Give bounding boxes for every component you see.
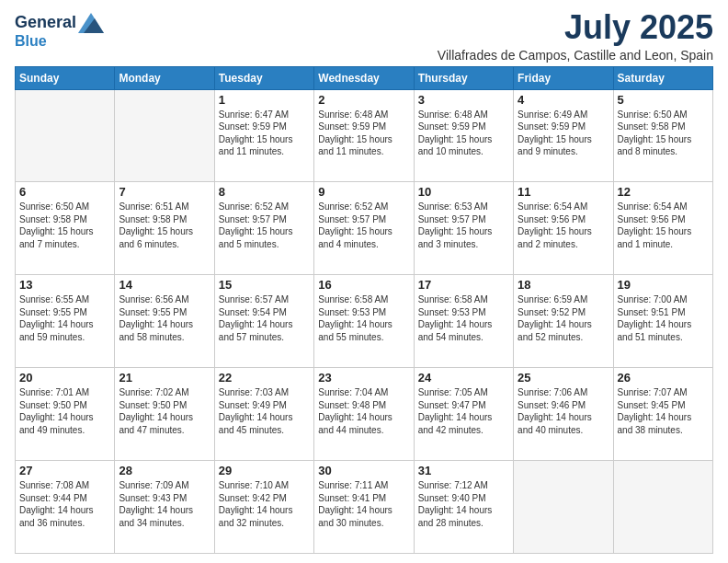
day-info: Sunrise: 7:05 AM Sunset: 9:47 PM Dayligh… xyxy=(418,386,509,436)
logo-subtext: Blue xyxy=(15,33,104,50)
day-number: 11 xyxy=(518,185,609,199)
calendar-week-5: 27Sunrise: 7:08 AM Sunset: 9:44 PM Dayli… xyxy=(16,461,713,554)
calendar-cell: 6Sunrise: 6:50 AM Sunset: 9:58 PM Daylig… xyxy=(16,182,115,275)
day-number: 28 xyxy=(119,464,210,477)
day-info: Sunrise: 6:53 AM Sunset: 9:57 PM Dayligh… xyxy=(418,201,509,250)
day-info: Sunrise: 6:58 AM Sunset: 9:53 PM Dayligh… xyxy=(318,293,409,343)
day-info: Sunrise: 7:02 AM Sunset: 9:50 PM Dayligh… xyxy=(119,386,210,436)
calendar-cell: 2Sunrise: 6:48 AM Sunset: 9:59 PM Daylig… xyxy=(314,89,414,182)
day-info: Sunrise: 7:07 AM Sunset: 9:45 PM Dayligh… xyxy=(618,386,709,436)
day-number: 6 xyxy=(19,185,110,199)
day-number: 19 xyxy=(618,278,709,292)
day-number: 24 xyxy=(418,371,509,385)
calendar-week-2: 6Sunrise: 6:50 AM Sunset: 9:58 PM Daylig… xyxy=(16,182,713,275)
day-number: 20 xyxy=(19,371,110,385)
day-info: Sunrise: 6:55 AM Sunset: 9:55 PM Dayligh… xyxy=(19,293,110,343)
calendar-week-3: 13Sunrise: 6:55 AM Sunset: 9:55 PM Dayli… xyxy=(16,275,713,368)
day-number: 3 xyxy=(418,93,509,107)
day-info: Sunrise: 6:48 AM Sunset: 9:59 PM Dayligh… xyxy=(418,109,509,158)
weekday-header-row: SundayMondayTuesdayWednesdayThursdayFrid… xyxy=(16,66,713,89)
day-number: 15 xyxy=(219,278,310,292)
day-info: Sunrise: 6:51 AM Sunset: 9:58 PM Dayligh… xyxy=(119,201,210,250)
day-number: 23 xyxy=(318,371,409,385)
day-number: 17 xyxy=(418,278,509,292)
day-info: Sunrise: 6:56 AM Sunset: 9:55 PM Dayligh… xyxy=(119,293,210,343)
calendar-cell: 7Sunrise: 6:51 AM Sunset: 9:58 PM Daylig… xyxy=(115,182,214,275)
calendar-cell xyxy=(514,461,613,554)
calendar-cell: 23Sunrise: 7:04 AM Sunset: 9:48 PM Dayli… xyxy=(314,368,414,461)
calendar-cell: 19Sunrise: 7:00 AM Sunset: 9:51 PM Dayli… xyxy=(613,275,712,368)
day-number: 21 xyxy=(119,371,210,385)
day-info: Sunrise: 7:09 AM Sunset: 9:43 PM Dayligh… xyxy=(119,479,210,529)
calendar-cell: 15Sunrise: 6:57 AM Sunset: 9:54 PM Dayli… xyxy=(214,275,313,368)
day-number: 30 xyxy=(318,464,409,477)
calendar-cell: 17Sunrise: 6:58 AM Sunset: 9:53 PM Dayli… xyxy=(414,275,513,368)
day-info: Sunrise: 7:10 AM Sunset: 9:42 PM Dayligh… xyxy=(219,479,310,529)
day-number: 26 xyxy=(618,371,709,385)
day-info: Sunrise: 7:06 AM Sunset: 9:46 PM Dayligh… xyxy=(518,386,609,436)
weekday-header-tuesday: Tuesday xyxy=(214,66,313,89)
page: General Blue July 2025 Villafrades de Ca… xyxy=(0,0,728,563)
calendar-cell: 8Sunrise: 6:52 AM Sunset: 9:57 PM Daylig… xyxy=(214,182,313,275)
day-info: Sunrise: 6:50 AM Sunset: 9:58 PM Dayligh… xyxy=(618,109,709,158)
weekday-header-saturday: Saturday xyxy=(613,66,712,89)
day-number: 25 xyxy=(518,371,609,385)
day-number: 22 xyxy=(219,371,310,385)
calendar-cell xyxy=(613,461,712,554)
weekday-header-sunday: Sunday xyxy=(16,66,115,89)
day-number: 1 xyxy=(219,93,310,107)
day-number: 18 xyxy=(518,278,609,292)
weekday-header-friday: Friday xyxy=(514,66,613,89)
day-number: 10 xyxy=(418,185,509,199)
calendar-cell xyxy=(16,89,115,182)
day-info: Sunrise: 6:54 AM Sunset: 9:56 PM Dayligh… xyxy=(518,201,609,250)
calendar-week-4: 20Sunrise: 7:01 AM Sunset: 9:50 PM Dayli… xyxy=(16,368,713,461)
day-info: Sunrise: 6:47 AM Sunset: 9:59 PM Dayligh… xyxy=(219,109,310,158)
day-info: Sunrise: 7:00 AM Sunset: 9:51 PM Dayligh… xyxy=(618,293,709,343)
day-number: 12 xyxy=(618,185,709,199)
calendar-cell: 16Sunrise: 6:58 AM Sunset: 9:53 PM Dayli… xyxy=(314,275,414,368)
day-info: Sunrise: 6:54 AM Sunset: 9:56 PM Dayligh… xyxy=(618,201,709,250)
day-number: 13 xyxy=(19,278,110,292)
calendar-cell: 30Sunrise: 7:11 AM Sunset: 9:41 PM Dayli… xyxy=(314,461,414,554)
day-info: Sunrise: 7:01 AM Sunset: 9:50 PM Dayligh… xyxy=(19,386,110,436)
calendar-cell: 29Sunrise: 7:10 AM Sunset: 9:42 PM Dayli… xyxy=(214,461,313,554)
month-title: July 2025 xyxy=(438,9,713,46)
day-number: 31 xyxy=(418,464,509,477)
calendar-cell: 5Sunrise: 6:50 AM Sunset: 9:58 PM Daylig… xyxy=(613,89,712,182)
day-number: 9 xyxy=(318,185,409,199)
calendar-cell: 27Sunrise: 7:08 AM Sunset: 9:44 PM Dayli… xyxy=(16,461,115,554)
day-info: Sunrise: 7:08 AM Sunset: 9:44 PM Dayligh… xyxy=(19,479,110,529)
header: General Blue July 2025 Villafrades de Ca… xyxy=(15,9,713,63)
day-number: 5 xyxy=(618,93,709,107)
logo: General Blue xyxy=(15,13,104,50)
calendar-cell: 14Sunrise: 6:56 AM Sunset: 9:55 PM Dayli… xyxy=(115,275,214,368)
calendar-cell xyxy=(115,89,214,182)
day-info: Sunrise: 7:11 AM Sunset: 9:41 PM Dayligh… xyxy=(318,479,409,529)
calendar-cell: 24Sunrise: 7:05 AM Sunset: 9:47 PM Dayli… xyxy=(414,368,513,461)
day-number: 4 xyxy=(518,93,609,107)
calendar-cell: 3Sunrise: 6:48 AM Sunset: 9:59 PM Daylig… xyxy=(414,89,513,182)
calendar-cell: 4Sunrise: 6:49 AM Sunset: 9:59 PM Daylig… xyxy=(514,89,613,182)
calendar-cell: 28Sunrise: 7:09 AM Sunset: 9:43 PM Dayli… xyxy=(115,461,214,554)
day-info: Sunrise: 7:12 AM Sunset: 9:40 PM Dayligh… xyxy=(418,479,509,529)
day-number: 14 xyxy=(119,278,210,292)
day-info: Sunrise: 6:52 AM Sunset: 9:57 PM Dayligh… xyxy=(219,201,310,250)
calendar-cell: 21Sunrise: 7:02 AM Sunset: 9:50 PM Dayli… xyxy=(115,368,214,461)
weekday-header-wednesday: Wednesday xyxy=(314,66,414,89)
day-number: 7 xyxy=(119,185,210,199)
title-block: July 2025 Villafrades de Campos, Castill… xyxy=(438,9,713,63)
day-number: 27 xyxy=(19,464,110,477)
day-number: 2 xyxy=(318,93,409,107)
logo-icon xyxy=(78,13,104,33)
weekday-header-thursday: Thursday xyxy=(414,66,513,89)
day-number: 16 xyxy=(318,278,409,292)
calendar-cell: 1Sunrise: 6:47 AM Sunset: 9:59 PM Daylig… xyxy=(214,89,313,182)
calendar-cell: 25Sunrise: 7:06 AM Sunset: 9:46 PM Dayli… xyxy=(514,368,613,461)
day-number: 29 xyxy=(219,464,310,477)
day-info: Sunrise: 6:58 AM Sunset: 9:53 PM Dayligh… xyxy=(418,293,509,343)
calendar-cell: 18Sunrise: 6:59 AM Sunset: 9:52 PM Dayli… xyxy=(514,275,613,368)
calendar-cell: 12Sunrise: 6:54 AM Sunset: 9:56 PM Dayli… xyxy=(613,182,712,275)
calendar-cell: 22Sunrise: 7:03 AM Sunset: 9:49 PM Dayli… xyxy=(214,368,313,461)
calendar-cell: 31Sunrise: 7:12 AM Sunset: 9:40 PM Dayli… xyxy=(414,461,513,554)
